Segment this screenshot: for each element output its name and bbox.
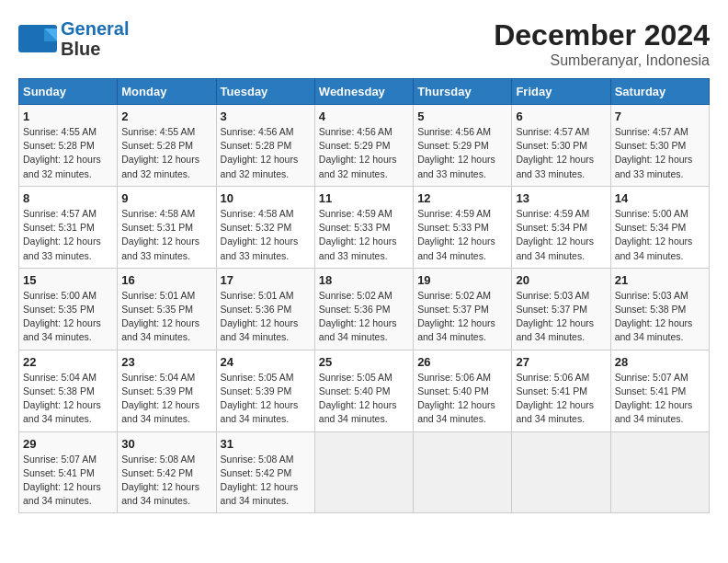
logo-blue: Blue (61, 39, 129, 59)
calendar-cell (512, 431, 610, 513)
weekday-header: Friday (512, 79, 610, 105)
calendar-cell: 30Sunrise: 5:08 AM Sunset: 5:42 PM Dayli… (118, 431, 216, 513)
day-number: 5 (417, 109, 507, 123)
calendar-cell: 31Sunrise: 5:08 AM Sunset: 5:42 PM Dayli… (216, 431, 314, 513)
weekday-header: Monday (118, 79, 216, 105)
day-info: Sunrise: 5:05 AM Sunset: 5:39 PM Dayligh… (221, 371, 311, 427)
calendar-week-row: 15Sunrise: 5:00 AM Sunset: 5:35 PM Dayli… (19, 268, 710, 350)
calendar-cell: 29Sunrise: 5:07 AM Sunset: 5:41 PM Dayli… (19, 431, 118, 513)
calendar-cell: 6Sunrise: 4:57 AM Sunset: 5:30 PM Daylig… (512, 105, 610, 187)
day-info: Sunrise: 5:08 AM Sunset: 5:42 PM Dayligh… (221, 453, 311, 509)
day-number: 18 (319, 273, 409, 287)
calendar-cell (314, 431, 413, 513)
calendar-cell: 27Sunrise: 5:06 AM Sunset: 5:41 PM Dayli… (512, 350, 610, 431)
day-number: 15 (23, 273, 113, 287)
calendar-cell: 24Sunrise: 5:05 AM Sunset: 5:39 PM Dayli… (216, 350, 314, 431)
day-info: Sunrise: 4:56 AM Sunset: 5:29 PM Dayligh… (319, 125, 409, 181)
title-block: December 2024 Sumberanyar, Indonesia (494, 18, 710, 69)
calendar-cell: 3Sunrise: 4:56 AM Sunset: 5:28 PM Daylig… (216, 105, 314, 187)
day-info: Sunrise: 4:57 AM Sunset: 5:30 PM Dayligh… (615, 125, 705, 181)
calendar-cell: 23Sunrise: 5:04 AM Sunset: 5:39 PM Dayli… (118, 350, 216, 431)
day-info: Sunrise: 4:59 AM Sunset: 5:33 PM Dayligh… (417, 207, 507, 263)
day-number: 30 (121, 437, 211, 451)
day-info: Sunrise: 4:56 AM Sunset: 5:28 PM Dayligh… (221, 125, 311, 181)
day-number: 9 (121, 191, 211, 205)
calendar-cell: 21Sunrise: 5:03 AM Sunset: 5:38 PM Dayli… (610, 268, 709, 350)
day-info: Sunrise: 5:03 AM Sunset: 5:37 PM Dayligh… (516, 289, 606, 345)
day-number: 16 (121, 273, 211, 287)
calendar-cell: 5Sunrise: 4:56 AM Sunset: 5:29 PM Daylig… (414, 105, 512, 187)
calendar-cell: 15Sunrise: 5:00 AM Sunset: 5:35 PM Dayli… (19, 268, 118, 350)
day-info: Sunrise: 4:55 AM Sunset: 5:28 PM Dayligh… (121, 125, 211, 181)
day-info: Sunrise: 5:06 AM Sunset: 5:40 PM Dayligh… (417, 371, 507, 427)
day-number: 19 (417, 273, 507, 287)
weekday-header: Wednesday (314, 79, 413, 105)
day-number: 1 (23, 109, 113, 123)
calendar-table: SundayMondayTuesdayWednesdayThursdayFrid… (18, 78, 710, 513)
day-number: 27 (516, 355, 606, 369)
calendar-cell: 17Sunrise: 5:01 AM Sunset: 5:36 PM Dayli… (216, 268, 314, 350)
day-info: Sunrise: 5:02 AM Sunset: 5:37 PM Dayligh… (417, 289, 507, 345)
logo: General Blue (18, 18, 129, 59)
weekday-header: Sunday (19, 79, 118, 105)
day-info: Sunrise: 5:03 AM Sunset: 5:38 PM Dayligh… (615, 289, 705, 345)
calendar-cell: 11Sunrise: 4:59 AM Sunset: 5:33 PM Dayli… (314, 186, 413, 268)
calendar-cell: 16Sunrise: 5:01 AM Sunset: 5:35 PM Dayli… (118, 268, 216, 350)
day-info: Sunrise: 4:57 AM Sunset: 5:31 PM Dayligh… (23, 207, 113, 263)
calendar-cell: 8Sunrise: 4:57 AM Sunset: 5:31 PM Daylig… (19, 186, 118, 268)
calendar-week-row: 1Sunrise: 4:55 AM Sunset: 5:28 PM Daylig… (19, 105, 710, 187)
calendar-cell: 13Sunrise: 4:59 AM Sunset: 5:34 PM Dayli… (512, 186, 610, 268)
day-info: Sunrise: 4:58 AM Sunset: 5:31 PM Dayligh… (121, 207, 211, 263)
page-header: General Blue December 2024 Sumberanyar, … (18, 18, 710, 69)
calendar-cell: 2Sunrise: 4:55 AM Sunset: 5:28 PM Daylig… (118, 105, 216, 187)
day-info: Sunrise: 4:55 AM Sunset: 5:28 PM Dayligh… (23, 125, 113, 181)
day-number: 24 (221, 355, 311, 369)
day-info: Sunrise: 5:01 AM Sunset: 5:35 PM Dayligh… (121, 289, 211, 345)
day-number: 11 (319, 191, 409, 205)
day-info: Sunrise: 5:00 AM Sunset: 5:34 PM Dayligh… (615, 207, 705, 263)
calendar-cell: 25Sunrise: 5:05 AM Sunset: 5:40 PM Dayli… (314, 350, 413, 431)
weekday-header: Saturday (610, 79, 709, 105)
day-info: Sunrise: 4:57 AM Sunset: 5:30 PM Dayligh… (516, 125, 606, 181)
calendar-cell: 19Sunrise: 5:02 AM Sunset: 5:37 PM Dayli… (414, 268, 512, 350)
calendar-header-row: SundayMondayTuesdayWednesdayThursdayFrid… (19, 79, 710, 105)
day-number: 31 (221, 437, 311, 451)
calendar-week-row: 8Sunrise: 4:57 AM Sunset: 5:31 PM Daylig… (19, 186, 710, 268)
day-number: 6 (516, 109, 606, 123)
day-info: Sunrise: 5:07 AM Sunset: 5:41 PM Dayligh… (615, 371, 705, 427)
page-title: December 2024 (494, 18, 710, 52)
day-info: Sunrise: 5:00 AM Sunset: 5:35 PM Dayligh… (23, 289, 113, 345)
weekday-header: Tuesday (216, 79, 314, 105)
calendar-cell: 12Sunrise: 4:59 AM Sunset: 5:33 PM Dayli… (414, 186, 512, 268)
day-number: 20 (516, 273, 606, 287)
page-subtitle: Sumberanyar, Indonesia (494, 52, 710, 69)
logo-general: General (61, 18, 129, 39)
day-info: Sunrise: 5:08 AM Sunset: 5:42 PM Dayligh… (121, 453, 211, 509)
day-info: Sunrise: 4:56 AM Sunset: 5:29 PM Dayligh… (417, 125, 507, 181)
day-info: Sunrise: 4:59 AM Sunset: 5:33 PM Dayligh… (319, 207, 409, 263)
calendar-cell (610, 431, 709, 513)
day-number: 3 (221, 109, 311, 123)
day-info: Sunrise: 5:01 AM Sunset: 5:36 PM Dayligh… (221, 289, 311, 345)
day-number: 12 (417, 191, 507, 205)
calendar-cell: 18Sunrise: 5:02 AM Sunset: 5:36 PM Dayli… (314, 268, 413, 350)
day-info: Sunrise: 5:02 AM Sunset: 5:36 PM Dayligh… (319, 289, 409, 345)
day-number: 4 (319, 109, 409, 123)
calendar-cell: 22Sunrise: 5:04 AM Sunset: 5:38 PM Dayli… (19, 350, 118, 431)
calendar-cell (414, 431, 512, 513)
day-number: 13 (516, 191, 606, 205)
calendar-cell: 26Sunrise: 5:06 AM Sunset: 5:40 PM Dayli… (414, 350, 512, 431)
day-info: Sunrise: 4:58 AM Sunset: 5:32 PM Dayligh… (221, 207, 311, 263)
day-number: 21 (615, 273, 705, 287)
day-number: 26 (417, 355, 507, 369)
day-number: 10 (221, 191, 311, 205)
calendar-cell: 9Sunrise: 4:58 AM Sunset: 5:31 PM Daylig… (118, 186, 216, 268)
calendar-week-row: 22Sunrise: 5:04 AM Sunset: 5:38 PM Dayli… (19, 350, 710, 431)
day-number: 14 (615, 191, 705, 205)
day-number: 8 (23, 191, 113, 205)
day-number: 29 (23, 437, 113, 451)
day-number: 22 (23, 355, 113, 369)
day-number: 17 (221, 273, 311, 287)
calendar-week-row: 29Sunrise: 5:07 AM Sunset: 5:41 PM Dayli… (19, 431, 710, 513)
calendar-cell: 14Sunrise: 5:00 AM Sunset: 5:34 PM Dayli… (610, 186, 709, 268)
